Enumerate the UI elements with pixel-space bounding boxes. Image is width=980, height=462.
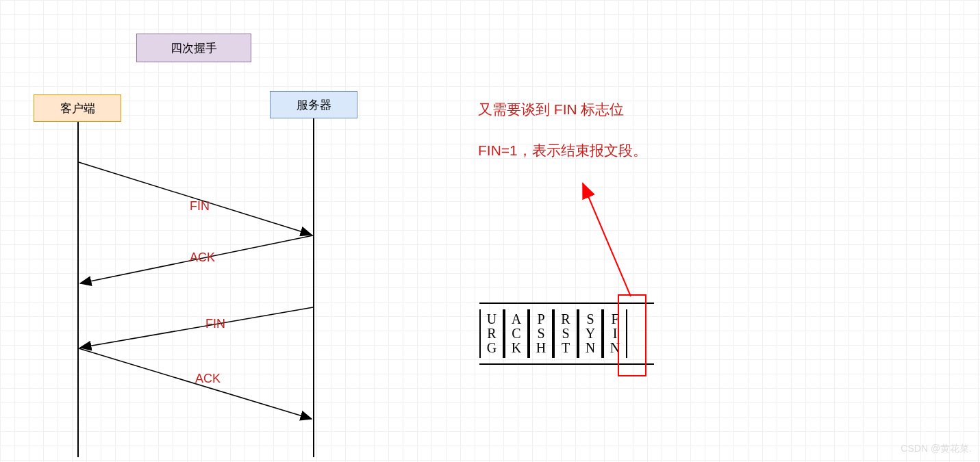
client-lifeline <box>77 122 79 457</box>
note-line-2: FIN=1，表示结束报文段。 <box>478 141 647 160</box>
flag-syn: SYN <box>578 309 603 358</box>
watermark: CSDN @黄花菜. <box>901 443 972 455</box>
flag-ack: ACK <box>504 309 529 358</box>
server-box: 服务器 <box>270 91 357 118</box>
title-text: 四次握手 <box>171 40 217 56</box>
svg-line-6 <box>583 183 631 296</box>
msg-ack-2: ACK <box>195 372 221 386</box>
client-label: 客户端 <box>60 101 95 116</box>
flag-psh: PSH <box>529 309 553 358</box>
client-box: 客户端 <box>34 94 121 122</box>
note-line-1: 又需要谈到 FIN 标志位 <box>478 100 625 119</box>
msg-fin-1: FIN <box>190 199 210 214</box>
server-label: 服务器 <box>297 97 331 113</box>
flag-rst: RST <box>553 309 578 358</box>
server-lifeline <box>313 118 314 457</box>
msg-ack-1: ACK <box>190 251 215 265</box>
svg-line-4 <box>80 307 313 348</box>
fin-highlight-box <box>618 294 646 376</box>
title-box: 四次握手 <box>136 34 251 62</box>
svg-line-2 <box>79 162 312 235</box>
msg-fin-2: FIN <box>205 317 225 331</box>
flag-urg: URG <box>479 309 504 358</box>
arrows-svg <box>0 0 980 462</box>
